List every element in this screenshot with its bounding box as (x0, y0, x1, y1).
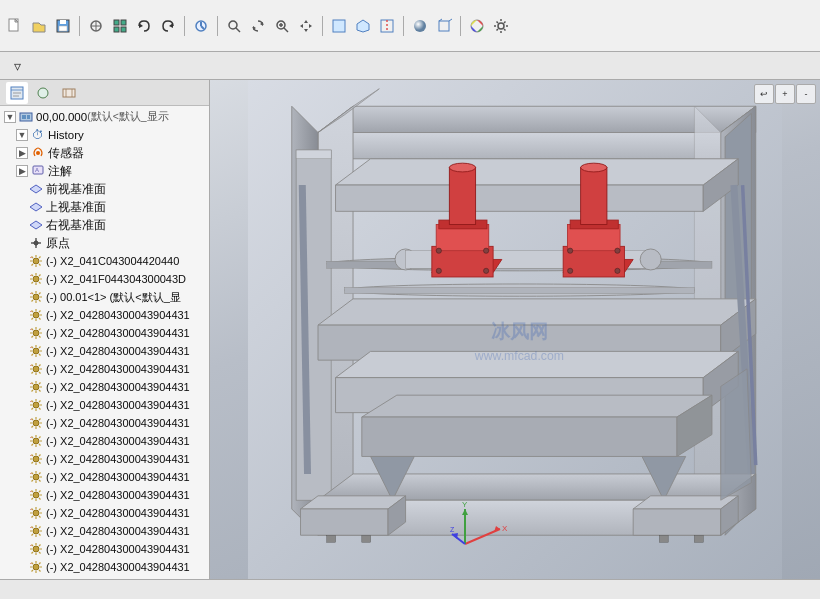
gear-icon: - (28, 307, 44, 323)
gear-icon: - (28, 325, 44, 341)
tree-item-label: (-) X2_042804300043904431 (46, 507, 190, 519)
svg-point-43 (38, 88, 48, 98)
machine-3d-view: 冰风网 www.mfcad.com (210, 80, 820, 579)
gear-icon: - (28, 397, 44, 413)
tree-list-item[interactable]: - (-) X2_042804300043904431 (0, 360, 209, 378)
gear-icon: - (28, 487, 44, 503)
tree-list-item[interactable]: - (-) X2_041F044304300043D (0, 270, 209, 288)
tree-list-item[interactable]: - (-) X2_042804300043904431 (0, 324, 209, 342)
svg-point-167 (568, 248, 573, 253)
filter-icon[interactable]: ▿ (6, 55, 28, 77)
tree-plane2-item[interactable]: 上视基准面 (0, 198, 209, 216)
wireframe-icon[interactable] (433, 15, 455, 37)
svg-point-166 (581, 163, 607, 172)
tree-plane1-item[interactable]: 前视基准面 (0, 180, 209, 198)
shading-icon[interactable] (409, 15, 431, 37)
property-tab[interactable] (32, 82, 54, 104)
tree-list-item[interactable]: - (-) X2_041C043004420440 (0, 252, 209, 270)
svg-marker-177 (301, 509, 389, 535)
save-button[interactable] (52, 15, 74, 37)
view-zoom-fit[interactable]: ↩ (754, 84, 774, 104)
feature-tab[interactable] (6, 82, 28, 104)
tree-plane3-item[interactable]: 右视基准面 (0, 216, 209, 234)
settings-icon[interactable] (490, 15, 512, 37)
undo-button[interactable] (133, 15, 155, 37)
config-tab[interactable] (58, 82, 80, 104)
gear-icon: - (28, 361, 44, 377)
secondary-toolbar: ▿ (0, 52, 820, 80)
options-icon-2[interactable] (109, 15, 131, 37)
assembly-icon (18, 109, 34, 125)
open-button[interactable] (28, 15, 50, 37)
gear-icon: - (28, 433, 44, 449)
svg-rect-147 (344, 287, 694, 293)
iso-view-icon[interactable] (352, 15, 374, 37)
svg-rect-10 (114, 27, 119, 32)
tree-list-item[interactable]: - (-) X2_042804300043904431 (0, 468, 209, 486)
gear-icon: - (28, 415, 44, 431)
pan-icon[interactable] (295, 15, 317, 37)
tree-list-item[interactable]: - (-) X2_042804300043904431 (0, 522, 209, 540)
tree-list-item[interactable]: - (-) X2_042804300043904431 (0, 504, 209, 522)
tree-item-label: (-) X2_042804300043904431 (46, 309, 190, 321)
tree-item-label: (-) X2_042804300043904431 (46, 489, 190, 501)
tree-item-label: (-) X2_042804300043904431 (46, 525, 190, 537)
redo-button[interactable] (157, 15, 179, 37)
rebuild-button[interactable] (190, 15, 212, 37)
search-icon[interactable] (223, 15, 245, 37)
viewport[interactable]: 冰风网 www.mfcad.com X Y Z ↩ + - (210, 80, 820, 579)
gear-icon: - (28, 289, 44, 305)
tree-list-item[interactable]: - (-) X2_042804300043904431 (0, 306, 209, 324)
new-button[interactable] (4, 15, 26, 37)
feature-tree[interactable]: ▼ 00,00.000 (默认<默认_显示 ▼ ⏱ History ▶ (0, 106, 209, 579)
plane2-icon (28, 199, 44, 215)
svg-marker-27 (300, 24, 303, 28)
svg-point-156 (449, 163, 475, 172)
svg-point-168 (615, 248, 620, 253)
view-zoom-out[interactable]: - (796, 84, 816, 104)
svg-marker-139 (336, 185, 704, 211)
toolbar-separator-5 (403, 16, 404, 36)
toolbar-separator-4 (322, 16, 323, 36)
tree-sensor-expand[interactable]: ▶ (16, 147, 28, 159)
tree-list-item[interactable]: - (-) 00.01<1> (默认<默认_显 (0, 288, 209, 306)
tree-sensor-item[interactable]: ▶ 传感器 (0, 144, 209, 162)
tree-root-item[interactable]: ▼ 00,00.000 (默认<默认_显示 (0, 108, 209, 126)
tree-list-item[interactable]: - (-) X2_042804300043904431 (0, 486, 209, 504)
tree-history-expand[interactable]: ▼ (16, 129, 28, 141)
svg-rect-11 (121, 27, 126, 32)
options-icon-1[interactable] (85, 15, 107, 37)
tree-list-item[interactable]: - (-) X2_042804300043904431 (0, 414, 209, 432)
svg-text:-: - (30, 578, 32, 579)
svg-point-79 (33, 438, 39, 444)
view-zoom-in[interactable]: + (775, 84, 795, 104)
svg-text:X: X (502, 524, 508, 533)
tree-history-item[interactable]: ▼ ⏱ History (0, 126, 209, 144)
tree-list-item[interactable]: - (-) X2_042804300043904431 (0, 450, 209, 468)
zoom-icon[interactable] (271, 15, 293, 37)
tree-origin-item[interactable]: 原点 (0, 234, 209, 252)
tree-list-item[interactable]: - (-) X2_042804300043904431 (0, 396, 209, 414)
tree-list-item[interactable]: - (-) X2_042804300043904431 (0, 558, 209, 576)
gear-icon: - (28, 451, 44, 467)
tree-item-label: (-) X2_042804300043904431 (46, 435, 190, 447)
tree-list-item[interactable]: - (-) X2_042804300043904431 (0, 540, 209, 558)
tree-note-item[interactable]: ▶ A 注解 (0, 162, 209, 180)
color-icon[interactable] (466, 15, 488, 37)
svg-point-89 (33, 528, 39, 534)
front-view-icon[interactable] (328, 15, 350, 37)
tree-note-expand[interactable]: ▶ (16, 165, 28, 177)
section-view-icon[interactable] (376, 15, 398, 37)
tree-list-item[interactable]: - (-) X2_042804300043904431 (0, 342, 209, 360)
rotate-icon[interactable] (247, 15, 269, 37)
svg-rect-127 (296, 150, 331, 159)
svg-rect-44 (63, 89, 75, 97)
status-bar (0, 579, 820, 599)
tree-root-expand[interactable]: ▼ (4, 111, 16, 123)
svg-point-169 (568, 268, 573, 273)
svg-point-83 (33, 474, 39, 480)
tree-list-item[interactable]: - (-) X2_042804300043904431 (0, 378, 209, 396)
tree-list-item[interactable]: - (-) X2_042804300043904431 (0, 432, 209, 450)
svg-point-150 (640, 249, 661, 270)
plane1-icon (28, 181, 44, 197)
